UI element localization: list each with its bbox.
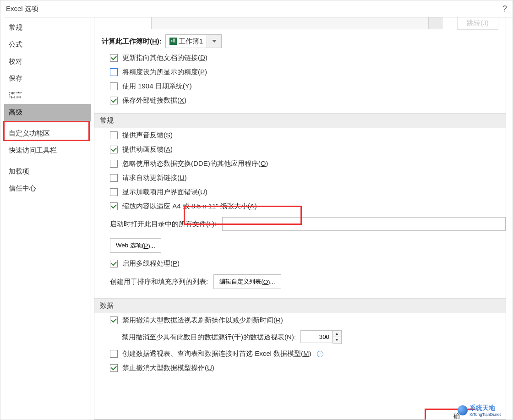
checkbox[interactable]: [110, 364, 118, 372]
spin-up-icon[interactable]: ▲: [333, 331, 341, 337]
sortlist-label: 创建用于排序和填充序列的列表:: [110, 278, 208, 286]
checkbox[interactable]: [110, 146, 118, 153]
sortlist-row: 创建用于排序和填充序列的列表: 编辑自定义列表(O)...: [94, 271, 506, 293]
checkbox[interactable]: [110, 54, 118, 62]
undo-threshold-spinner[interactable]: ▲ ▼: [300, 330, 342, 344]
disabled-jump-button: 跳转(J): [457, 17, 498, 30]
excel-options-window: Excel 选项 ? 常规 公式 校对 保存 语言 高级 自定义功能区 快速访问…: [0, 0, 513, 420]
titlebar: Excel 选项 ?: [0, 0, 513, 17]
spin-down-icon[interactable]: ▼: [333, 337, 341, 344]
option-label: 请求自动更新链接(U): [122, 174, 187, 182]
option-label: 保存外部链接数据(X): [122, 96, 186, 105]
opt-1904[interactable]: 使用 1904 日期系统(Y): [94, 79, 506, 93]
checkbox[interactable]: [110, 160, 118, 168]
checkbox[interactable]: [110, 82, 118, 90]
opt-precision[interactable]: 将精度设为所显示的精度(P): [94, 65, 506, 79]
option-label: 提供动画反馈(A): [122, 145, 173, 154]
sidebar-item-advanced[interactable]: 高级: [4, 104, 91, 121]
web-options-button[interactable]: Web 选项(P)...: [110, 238, 161, 253]
checkbox[interactable]: [110, 131, 118, 139]
opt-update-links[interactable]: 更新指向其他文档的链接(D): [94, 51, 506, 65]
sidebar-item-addins[interactable]: 加载项: [4, 163, 91, 180]
content-pane[interactable]: 跳转(J) 计算此工作簿时(H): X≣ 工作簿1: [94, 17, 506, 420]
sidebar-item-formulas[interactable]: 公式: [4, 36, 91, 53]
opt-addin-ui-errors[interactable]: 显示加载项用户界面错误(U): [94, 185, 506, 199]
checkbox[interactable]: [110, 202, 118, 210]
sidebar-item-qat[interactable]: 快速访问工具栏: [4, 142, 91, 159]
sidebar-item-proofing[interactable]: 校对: [4, 53, 91, 70]
opt-scale-a4[interactable]: 缩放内容以适应 A4 或 8.5 x 11" 纸张大小(A): [94, 199, 506, 213]
opt-multithread[interactable]: 启用多线程处理(P): [94, 256, 506, 271]
opt-ignore-dde[interactable]: 忽略使用动态数据交换(DDE)的其他应用程序(O): [94, 157, 506, 171]
option-label: 缩放内容以适应 A4 或 8.5 x 11" 纸张大小(A): [122, 202, 257, 211]
opt-save-external[interactable]: 保存外部链接数据(X): [94, 93, 506, 108]
startup-folder-label: 启动时打开此目录中的所有文件(L):: [110, 220, 217, 229]
option-label: 更新指向其他文档的链接(D): [122, 54, 207, 62]
undo-threshold-row: 禁用撤消至少具有此数目的数据源行(千)的数据透视表(N): ▲ ▼: [94, 327, 506, 347]
checkbox[interactable]: [110, 97, 118, 104]
option-label: 创建数据透视表、查询表和数据连接时首选 Excel 数据模型(M): [122, 349, 311, 358]
sidebar-item-language[interactable]: 语言: [4, 87, 91, 104]
sidebar-item-trust-center[interactable]: 信任中心: [4, 180, 91, 197]
option-label: 将精度设为所显示的精度(P): [122, 68, 207, 76]
startup-folder-input[interactable]: [222, 217, 506, 231]
checkbox[interactable]: [110, 350, 118, 358]
window-title: Excel 选项: [6, 0, 38, 17]
disabled-input: [151, 17, 429, 29]
sidebar-item-save[interactable]: 保存: [4, 70, 91, 87]
info-icon[interactable]: i: [317, 351, 323, 357]
option-label: 忽略使用动态数据交换(DDE)的其他应用程序(O): [122, 159, 268, 168]
checkbox[interactable]: [110, 174, 118, 182]
undo-threshold-input[interactable]: [300, 330, 333, 343]
group-header-data: 数据: [94, 298, 506, 313]
ok-button-partial[interactable]: 确: [425, 409, 475, 420]
workbook-dropdown-value: 工作簿1: [179, 37, 203, 46]
sidebar-item-customize-ribbon[interactable]: 自定义功能区: [4, 125, 91, 142]
opt-sound[interactable]: 提供声音反馈(S): [94, 128, 506, 142]
opt-animation[interactable]: 提供动画反馈(A): [94, 142, 506, 157]
option-label: 显示加载项用户界面错误(U): [122, 188, 207, 196]
calc-workbook-label: 计算此工作簿时(H):: [102, 37, 162, 46]
opt-prefer-datamodel[interactable]: 创建数据透视表、查询表和数据连接时首选 Excel 数据模型(M) i: [94, 347, 506, 361]
option-label: 禁止撤消大型数据模型操作(U): [122, 364, 214, 372]
edit-custom-lists-button[interactable]: 编辑自定义列表(O)...: [213, 274, 281, 289]
option-label: 使用 1904 日期系统(Y): [122, 82, 192, 91]
group-header-general: 常规: [94, 113, 506, 128]
sidebar-item-general[interactable]: 常规: [4, 19, 91, 36]
excel-icon: X≣: [169, 38, 177, 45]
undo-threshold-label: 禁用撤消至少具有此数目的数据源行(千)的数据透视表(N):: [122, 333, 296, 342]
help-icon[interactable]: ?: [502, 0, 507, 17]
calc-workbook-row: 计算此工作簿时(H): X≣ 工作簿1: [94, 32, 506, 51]
option-label: 提供声音反馈(S): [122, 131, 173, 140]
disabled-input-button: [429, 17, 442, 29]
checkbox[interactable]: [110, 68, 118, 76]
opt-disable-undo-pivot[interactable]: 禁用撤消大型数据透视表刷新操作以减少刷新时间(R): [94, 313, 506, 327]
checkbox[interactable]: [110, 316, 118, 324]
option-label: 启用多线程处理(P): [122, 259, 180, 268]
opt-ask-update-links[interactable]: 请求自动更新链接(U): [94, 171, 506, 185]
chevron-down-icon[interactable]: [207, 34, 222, 48]
checkbox[interactable]: [110, 260, 118, 267]
workbook-dropdown[interactable]: X≣ 工作簿1: [165, 34, 222, 48]
opt-disallow-undo-datamodel[interactable]: 禁止撤消大型数据模型操作(U): [94, 361, 506, 375]
sidebar: 常规 公式 校对 保存 语言 高级 自定义功能区 快速访问工具栏 加载项 信任中…: [4, 17, 91, 420]
startup-folder-row: 启动时打开此目录中的所有文件(L):: [94, 213, 506, 235]
option-label: 禁用撤消大型数据透视表刷新操作以减少刷新时间(R): [122, 316, 283, 325]
truncated-top-row: 跳转(J): [94, 17, 506, 32]
checkbox[interactable]: [110, 188, 118, 196]
